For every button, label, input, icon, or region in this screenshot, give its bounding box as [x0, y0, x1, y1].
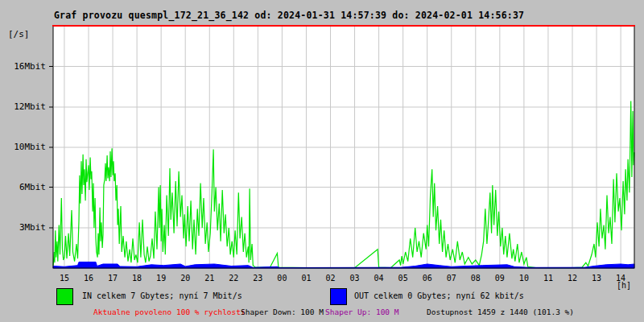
x-tick-label: 07: [442, 274, 461, 283]
y-tick-label: 16Mbit: [0, 61, 46, 72]
x-tick-label: 21: [200, 274, 219, 283]
x-tick-label: 15: [55, 274, 74, 283]
x-tick-label: 04: [369, 274, 389, 283]
x-tick-label: 22: [224, 274, 243, 283]
x-tick-label: 19: [151, 274, 171, 283]
y-tick-label: 3Mbit: [0, 222, 46, 233]
x-tick-label: 16: [79, 274, 98, 283]
traffic-graph-page: Graf provozu quesmpl_172_21_36_142 od: 2…: [0, 0, 644, 322]
legend-out-swatch: [330, 288, 347, 305]
status-shaper-down: Shaper Down: 100 M: [241, 308, 324, 316]
legend-in-label: IN celkem 7 Gbytes; nyní 7 Mbit/s: [82, 291, 242, 300]
x-tick-label: 06: [418, 274, 437, 283]
x-tick-label: 05: [394, 274, 413, 283]
y-tick-label: 12Mbit: [0, 101, 46, 112]
x-tick-label: 10: [514, 274, 534, 283]
y-tick-label: 6Mbit: [0, 182, 46, 192]
x-tick-label: 20: [175, 274, 195, 283]
y-tick-label: 10Mbit: [0, 142, 46, 152]
x-tick-label: 08: [466, 274, 485, 283]
x-tick-label: 13: [587, 274, 606, 283]
status-availability: Dostupnost 1459 z 1440 (101.3 %): [427, 308, 574, 316]
x-tick-label: 09: [490, 274, 510, 283]
legend-out-label: OUT celkem 0 Gbytes; nyní 62 kbit/s: [354, 291, 524, 300]
x-tick-label: 01: [296, 274, 316, 283]
x-axis-unit-label: [h]: [617, 281, 631, 290]
x-tick-label: 23: [248, 274, 267, 283]
x-tick-label: 11: [539, 274, 558, 283]
x-tick-label: 18: [127, 274, 147, 283]
status-allowed-speed: Aktualne povoleno 100 % rychlosti: [93, 308, 246, 316]
x-tick-label: 02: [321, 274, 341, 283]
status-shaper-up: Shaper Up: 100 M: [325, 308, 399, 316]
legend-in-swatch: [56, 288, 73, 305]
x-tick-label: 03: [345, 274, 365, 283]
x-tick-label: 12: [563, 274, 582, 283]
x-tick-label: 00: [272, 274, 291, 283]
x-tick-label: 17: [103, 274, 122, 283]
